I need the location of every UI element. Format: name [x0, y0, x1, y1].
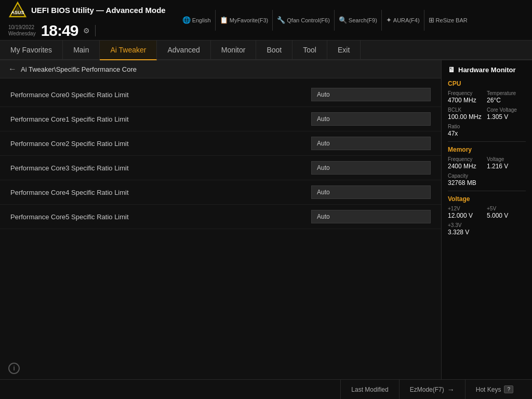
- hw-col: Frequency 4700 MHz: [448, 90, 487, 104]
- hw-col: +5V 5.000 V: [487, 206, 526, 219]
- tool-aura[interactable]: ✦ AURA(F4): [382, 10, 424, 31]
- sidebar-item-advanced[interactable]: Advanced: [157, 41, 210, 59]
- fan-icon: 🔧: [277, 16, 285, 24]
- aura-icon: ✦: [386, 16, 392, 24]
- tool-resizebar[interactable]: ⊞ ReSize BAR: [424, 10, 472, 31]
- sidebar-item-exit[interactable]: Exit: [327, 41, 361, 59]
- table-row: Performance Core5 Specific Ratio Limit A…: [0, 205, 441, 229]
- setting-value-core5[interactable]: Auto: [311, 210, 431, 223]
- hw-monitor-title: 🖥 Hardware Monitor: [448, 65, 526, 74]
- top-bar: ASUS UEFI BIOS Utility — Advanced Mode 1…: [0, 0, 532, 41]
- hardware-monitor-panel: 🖥 Hardware Monitor CPU Frequency 4700 MH…: [441, 60, 532, 379]
- hw-row: +3.3V 3.328 V: [448, 222, 526, 236]
- table-row: Performance Core3 Specific Ratio Limit A…: [0, 156, 441, 180]
- hw-key: Frequency: [448, 90, 487, 96]
- hw-key: BCLK: [448, 107, 487, 113]
- hw-key: Frequency: [448, 156, 487, 162]
- sidebar-item-monitor[interactable]: Monitor: [211, 41, 257, 59]
- footer-bar: Last Modified EzMode(F7) → Hot Keys ?: [0, 379, 532, 399]
- main-area: ← Ai Tweaker\Specific Performance Core P…: [0, 60, 532, 379]
- sidebar-item-tool[interactable]: Tool: [292, 41, 327, 59]
- table-row: Performance Core2 Specific Ratio Limit A…: [0, 131, 441, 156]
- hw-val: 100.00 MHz: [448, 113, 487, 121]
- setting-label-core2: Performance Core2 Specific Ratio Limit: [10, 140, 311, 148]
- footer-ez-mode[interactable]: EzMode(F7) →: [399, 380, 465, 399]
- breadcrumb: ← Ai Tweaker\Specific Performance Core: [0, 60, 441, 78]
- hw-row: Ratio 47x: [448, 124, 526, 137]
- last-modified-label: Last Modified: [351, 386, 388, 393]
- setting-value-core0[interactable]: Auto: [311, 88, 431, 101]
- hw-row: BCLK 100.00 MHz Core Voltage 1.305 V: [448, 107, 526, 121]
- hot-keys-label: Hot Keys: [476, 386, 501, 393]
- time-display: 18:49: [41, 22, 78, 39]
- search-label: Search(F9): [349, 17, 377, 23]
- content-area: ← Ai Tweaker\Specific Performance Core P…: [0, 60, 441, 379]
- setting-label-core0: Performance Core0 Specific Ratio Limit: [10, 91, 311, 99]
- clipboard-icon: 📋: [220, 16, 228, 24]
- setting-value-core1[interactable]: Auto: [311, 112, 431, 126]
- logo-row: ASUS UEFI BIOS Utility — Advanced Mode: [8, 1, 166, 20]
- footer-last-modified[interactable]: Last Modified: [340, 380, 398, 399]
- hw-col: BCLK 100.00 MHz: [448, 107, 487, 121]
- hw-key: +3.3V: [448, 222, 526, 228]
- day-text: Wednesday: [8, 31, 36, 37]
- ez-mode-label: EzMode(F7): [410, 386, 444, 393]
- app-title: UEFI BIOS Utility — Advanced Mode: [31, 6, 166, 15]
- hw-col: Frequency 2400 MHz: [448, 156, 487, 170]
- setting-value-core2[interactable]: Auto: [311, 137, 431, 150]
- hw-row: Frequency 4700 MHz Temperature 26°C: [448, 90, 526, 104]
- setting-value-core3[interactable]: Auto: [311, 161, 431, 175]
- hw-val: 5.000 V: [487, 212, 526, 219]
- hw-col: Capacity 32768 MB: [448, 173, 526, 187]
- asus-logo-icon: ASUS: [8, 1, 27, 20]
- hw-cpu-section: CPU Frequency 4700 MHz Temperature 26°C …: [448, 80, 526, 137]
- hw-col: +3.3V 3.328 V: [448, 222, 526, 236]
- globe-icon: 🌐: [182, 16, 191, 24]
- info-icon[interactable]: i: [8, 363, 20, 374]
- myfavorite-label: MyFavorite(F3): [230, 17, 269, 23]
- hw-key: Voltage: [487, 156, 526, 162]
- resizebar-icon: ⊞: [429, 16, 434, 24]
- svg-text:ASUS: ASUS: [11, 10, 24, 15]
- hw-col: Voltage 1.216 V: [487, 156, 526, 170]
- hw-row: Frequency 2400 MHz Voltage 1.216 V: [448, 156, 526, 170]
- hw-val: 26°C: [487, 97, 526, 104]
- setting-value-core4[interactable]: Auto: [311, 185, 431, 199]
- search-icon: 🔍: [339, 16, 347, 24]
- tool-search[interactable]: 🔍 Search(F9): [335, 10, 382, 31]
- tool-english[interactable]: 🌐 English: [178, 10, 216, 31]
- ez-mode-arrow-icon: →: [447, 385, 455, 394]
- sidebar-item-my-favorites[interactable]: My Favorites: [0, 41, 63, 59]
- setting-label-core4: Performance Core4 Specific Ratio Limit: [10, 189, 311, 196]
- hw-voltage-title: Voltage: [448, 195, 526, 203]
- hot-keys-badge: ?: [504, 385, 513, 393]
- resizebar-label: ReSize BAR: [436, 17, 468, 23]
- footer-hot-keys[interactable]: Hot Keys ?: [465, 380, 524, 399]
- aura-label: AURA(F4): [393, 17, 420, 23]
- date-text: 10/19/2022: [8, 24, 36, 31]
- hw-key: Capacity: [448, 173, 526, 179]
- sidebar-item-boot[interactable]: Boot: [256, 41, 292, 59]
- hw-val: 47x: [448, 130, 526, 137]
- date-block: 10/19/2022 Wednesday: [8, 24, 36, 37]
- hw-key: +12V: [448, 206, 487, 211]
- hw-col: +12V 12.000 V: [448, 206, 487, 219]
- breadcrumb-path: Ai Tweaker\Specific Performance Core: [21, 65, 137, 73]
- top-left-area: ASUS UEFI BIOS Utility — Advanced Mode 1…: [0, 0, 174, 40]
- hw-val: 4700 MHz: [448, 97, 487, 104]
- table-row: Performance Core1 Specific Ratio Limit A…: [0, 107, 441, 131]
- header-tools: 🌐 English 📋 MyFavorite(F3) 🔧 Qfan Contro…: [178, 0, 472, 40]
- qfan-label: Qfan Control(F6): [287, 17, 330, 23]
- bottom-info-area: i: [0, 357, 441, 379]
- hw-divider: [448, 141, 526, 142]
- setting-label-core5: Performance Core5 Specific Ratio Limit: [10, 213, 311, 221]
- hw-col: Ratio 47x: [448, 124, 526, 137]
- settings-gear-icon[interactable]: ⚙: [83, 26, 90, 35]
- breadcrumb-back-arrow[interactable]: ←: [8, 64, 17, 74]
- sidebar-item-main[interactable]: Main: [63, 41, 100, 59]
- sidebar-item-ai-tweaker[interactable]: Ai Tweaker: [100, 41, 157, 60]
- hw-row: +12V 12.000 V +5V 5.000 V: [448, 206, 526, 219]
- tool-qfan[interactable]: 🔧 Qfan Control(F6): [273, 10, 335, 31]
- hw-val: 1.216 V: [487, 163, 526, 170]
- tool-myfavorite[interactable]: 📋 MyFavorite(F3): [216, 10, 273, 31]
